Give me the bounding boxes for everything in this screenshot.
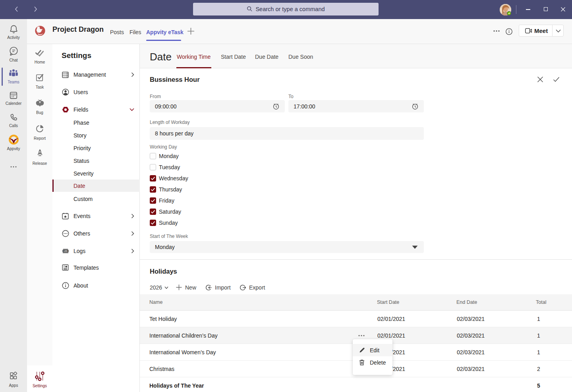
- svg-text:LOG: LOG: [64, 250, 68, 252]
